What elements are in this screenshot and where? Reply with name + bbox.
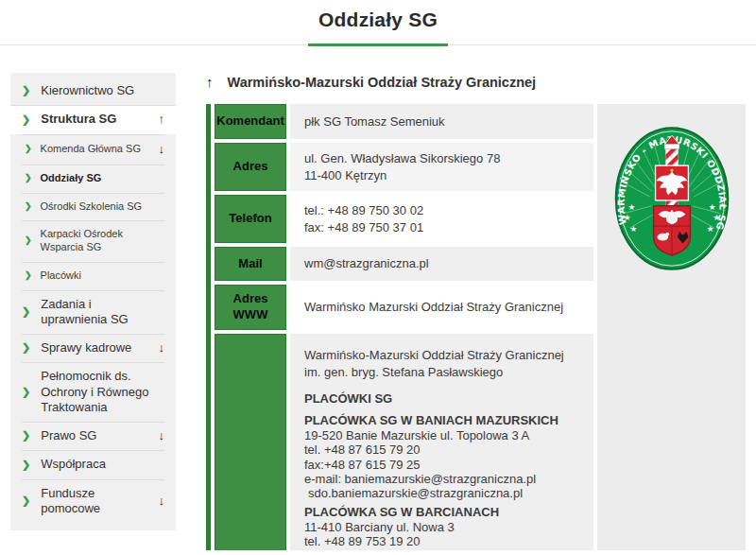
- chevron-right-icon: ❯: [22, 341, 30, 355]
- placowka-line: fax:+48 87 615 79 25: [304, 458, 579, 472]
- emblem-panel: WARMIŃSKO - MAZURSKI ODDZIAŁ SG ★ ★ ★ ★ …: [597, 104, 746, 550]
- page-header: Oddziały SG: [0, 0, 756, 46]
- svg-text:★: ★: [706, 224, 713, 234]
- row-value: wm@strazgraniczna.pl: [290, 247, 593, 281]
- row-value: Warmińsko Mazurski Oddział Straży Granic…: [290, 285, 593, 330]
- chevron-right-icon: ❯: [25, 270, 32, 281]
- emblem-shield: [653, 206, 690, 255]
- placowka-line: tel. +48 87 615 79 20: [304, 442, 579, 457]
- sidebar-item-label: Sprawy kadrowe: [41, 340, 131, 356]
- sidebar-item-komenda-glowna-sg[interactable]: ❯ Komenda Główna SG ↓: [10, 134, 176, 165]
- collapse-arrow-icon: ↑: [153, 112, 165, 127]
- expand-arrow-icon: ↓: [153, 428, 165, 443]
- table-row-telefon: Telefon tel.: +48 89 750 30 02 fax: +48 …: [215, 195, 593, 243]
- sidebar-item-label: Struktura SG: [41, 112, 116, 127]
- sidebar-item-zadania-i-uprawnienia-sg[interactable]: ❯ Zadania i uprawnienia SG: [10, 290, 176, 335]
- email-link[interactable]: wm@strazgraniczna.pl: [304, 255, 579, 272]
- row-label: Komendant: [215, 104, 286, 139]
- sidebar-item-pelnomocnik[interactable]: ❯ Pełnomocnik ds. Ochrony i Równego Trak…: [10, 362, 176, 422]
- sidebar-item-wspolpraca[interactable]: ❯ Współpraca: [10, 450, 176, 478]
- expand-arrow-icon: ↓: [153, 142, 165, 157]
- unit-title: Warmińsko-Mazurski Oddział Straży Granic…: [228, 75, 537, 90]
- sidebar-item-label: Placówki: [41, 269, 81, 283]
- row-label-empty: [215, 334, 286, 550]
- sidebar-item-label: Oddziały SG: [41, 172, 102, 185]
- chevron-right-icon: ❯: [25, 173, 32, 183]
- placowka-name: PLACÓWKA SG W BANIACH MAZURSKICH: [304, 413, 579, 428]
- table-row-komendant: Komendant płk SG Tomasz Semeniuk: [215, 104, 593, 139]
- row-label: Adres: [215, 143, 286, 191]
- scroll-top-arrow-icon[interactable]: ↑: [206, 74, 214, 90]
- sidebar-item-label: Prawo SG: [41, 428, 96, 443]
- sidebar-item-karpacki-osrodek-wsparcia-sg[interactable]: ❯ Karpacki Ośrodek Wsparcia SG: [10, 220, 176, 262]
- sidebar-item-label: Fundusze pomocowe: [41, 486, 152, 517]
- main-layout: ❯ Kierownictwo SG ❯ Struktura SG ↑ ❯ Kom…: [0, 73, 756, 550]
- placowki-section-title: PLACÓWKI SG: [304, 390, 579, 408]
- table-row-mail: Mail wm@strazgraniczna.pl: [215, 247, 593, 281]
- value-line: fax: +48 89 750 37 01: [304, 219, 579, 236]
- emblem-eagle-plaque: [655, 165, 688, 200]
- svg-text:★: ★: [713, 213, 720, 222]
- placowka-barciany: PLACÓWKA SG W BARCIANACH 11-410 Barciany…: [304, 501, 579, 550]
- expand-arrow-icon: ↓: [153, 494, 165, 509]
- sidebar-item-kierownictwo-sg[interactable]: ❯ Kierownictwo SG: [10, 77, 176, 105]
- row-label: Telefon: [215, 195, 286, 243]
- table-row-adres-www: Adres WWW Warmińsko Mazurski Oddział Str…: [215, 285, 593, 330]
- content-columns: Komendant płk SG Tomasz Semeniuk Adres u…: [206, 104, 756, 550]
- sidebar-item-fundusze-pomocowe[interactable]: ❯ Fundusze pomocowe ↓: [10, 479, 176, 524]
- svg-text:★: ★: [627, 202, 635, 212]
- placowka-line: fax. +48 89 753 19 25: [304, 549, 579, 550]
- sidebar-item-oddzialy-sg[interactable]: ❯ Oddziały SG: [10, 165, 176, 193]
- page-title: Oddziały SG: [0, 9, 756, 31]
- row-label: Mail: [215, 247, 286, 281]
- placowka-line: sdo.baniemazurskie@strazgraniczna.pl: [304, 486, 579, 500]
- sidebar-item-osrodki-szkolenia-sg[interactable]: ❯ Ośrodki Szkolenia SG: [10, 193, 176, 221]
- placowka-line: 11-410 Barciany ul. Nowa 3: [304, 520, 579, 534]
- unit-emblem: WARMIŃSKO - MAZURSKI ODDZIAŁ SG ★ ★ ★ ★ …: [613, 125, 730, 272]
- table-row-details: Warmińsko-Mazurski Oddział Straży Granic…: [215, 334, 593, 550]
- chevron-right-icon: ❯: [22, 305, 30, 319]
- value-line: ul. Gen. Władysława Sikorskiego 78: [304, 150, 579, 167]
- placowka-name: PLACÓWKA SG W BARCIANACH: [304, 505, 579, 520]
- content-area: ↑ Warmińsko-Mazurski Oddział Straży Gran…: [206, 73, 756, 550]
- sidebar-item-label: Ośrodki Szkolenia SG: [41, 200, 143, 214]
- row-value-details: Warmińsko-Mazurski Oddział Straży Granic…: [290, 334, 593, 550]
- content-heading: ↑ Warmińsko-Mazurski Oddział Straży Gran…: [206, 74, 756, 90]
- row-value: płk SG Tomasz Semeniuk: [290, 104, 593, 139]
- placowka-banie-mazurskie: PLACÓWKA SG W BANIACH MAZURSKICH 19-520 …: [304, 409, 579, 501]
- sidebar-item-label: Współpraca: [41, 457, 106, 472]
- chevron-right-icon: ❯: [22, 459, 30, 472]
- chevron-right-icon: ❯: [25, 201, 32, 212]
- sidebar-item-prawo-sg[interactable]: ❯ Prawo SG ↓: [10, 422, 176, 450]
- svg-text:★: ★: [708, 202, 715, 212]
- unit-full-name: Warmińsko-Mazurski Oddział Straży Granic…: [304, 347, 579, 380]
- sidebar-item-label: Zadania i uprawnienia SG: [41, 297, 159, 328]
- row-label: Adres WWW: [215, 285, 286, 330]
- sidebar-item-label: Kierownictwo SG: [41, 83, 134, 98]
- sidebar-item-placowki[interactable]: ❯ Placówki: [10, 262, 176, 290]
- placowka-line: e-mail: baniemazurskie@strazgraniczna.pl: [304, 472, 579, 486]
- unit-info-table: Komendant płk SG Tomasz Semeniuk Adres u…: [206, 104, 593, 550]
- placowka-line: tel. +48 89 753 19 20: [304, 534, 579, 548]
- sidebar-item-struktura-sg[interactable]: ❯ Struktura SG ↑: [10, 105, 176, 133]
- expand-arrow-icon: ↓: [153, 340, 165, 356]
- value-line: tel.: +48 89 750 30 02: [304, 202, 579, 219]
- chevron-right-icon: ❯: [25, 144, 32, 154]
- value-line: płk SG Tomasz Semeniuk: [304, 113, 579, 130]
- svg-text:★: ★: [629, 224, 637, 234]
- chevron-right-icon: ❯: [22, 494, 30, 508]
- placowka-line: 19-520 Banie Mazurskie ul. Topolowa 3 A: [304, 428, 579, 442]
- table-row-adres: Adres ul. Gen. Władysława Sikorskiego 78…: [215, 143, 593, 191]
- row-value: tel.: +48 89 750 30 02 fax: +48 89 750 3…: [290, 195, 593, 243]
- sidebar-nav: ❯ Kierownictwo SG ❯ Struktura SG ↑ ❯ Kom…: [10, 73, 176, 530]
- chevron-right-icon: ❯: [22, 113, 30, 127]
- sidebar-item-sprawy-kadrowe[interactable]: ❯ Sprawy kadrowe ↓: [10, 334, 176, 362]
- chevron-right-icon: ❯: [25, 235, 32, 246]
- website-link[interactable]: Warmińsko Mazurski Oddział Straży Granic…: [304, 299, 579, 316]
- sidebar-item-label: Komenda Główna SG: [41, 143, 141, 156]
- chevron-right-icon: ❯: [22, 386, 30, 399]
- svg-text:★: ★: [623, 213, 630, 222]
- chevron-right-icon: ❯: [22, 84, 30, 97]
- sidebar-item-label: Karpacki Ośrodek Wsparcia SG: [41, 228, 159, 254]
- chevron-right-icon: ❯: [22, 429, 30, 442]
